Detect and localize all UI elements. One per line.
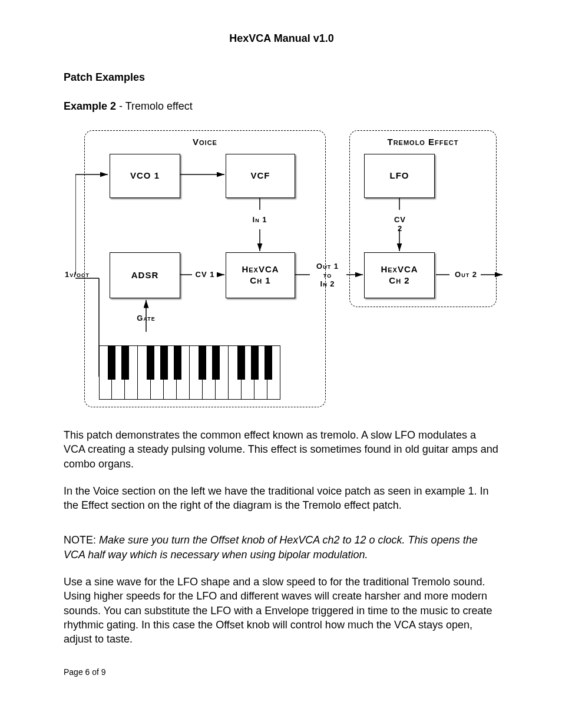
paragraph-1: This patch demonstrates the common effec… bbox=[64, 428, 500, 471]
label-out2: Out 2 bbox=[451, 271, 481, 279]
note-paragraph: NOTE: Make sure you turn the Offset knob… bbox=[64, 533, 500, 562]
example-heading: Example 2 - Tremolo effect bbox=[64, 100, 500, 113]
box-hexvca-ch1: HexVCA Ch 1 bbox=[226, 252, 295, 298]
box-adsr: ADSR bbox=[110, 252, 180, 298]
box-vcf: VCF bbox=[226, 154, 295, 198]
label-1voct: 1v/oct bbox=[62, 271, 92, 279]
section-heading: Patch Examples bbox=[64, 71, 500, 84]
box-lfo: LFO bbox=[364, 154, 435, 198]
box-hexvca-ch2: HexVCA Ch 2 bbox=[364, 252, 435, 298]
example-desc: - Tremolo effect bbox=[116, 100, 193, 112]
group-voice-title: Voice bbox=[85, 137, 325, 147]
label-cv2: CV 2 bbox=[391, 216, 409, 233]
paragraph-2: In the Voice section on the left we have… bbox=[64, 484, 500, 513]
label-in1: In 1 bbox=[251, 216, 269, 225]
doc-title: HexVCA Manual v1.0 bbox=[64, 32, 500, 45]
group-tremolo-title: Tremolo Effect bbox=[350, 137, 496, 147]
note-label: NOTE: bbox=[64, 534, 99, 546]
example-label: Example 2 bbox=[64, 100, 116, 112]
box-vco1: VCO 1 bbox=[110, 154, 180, 198]
label-out1-to-in2: Out 1 to In 2 bbox=[310, 262, 345, 289]
note-body: Make sure you turn the Offset knob of He… bbox=[64, 534, 478, 560]
label-gate: Gate bbox=[134, 314, 158, 323]
keyboard-icon bbox=[99, 345, 280, 400]
paragraph-3: Use a sine wave for the LFO shape and a … bbox=[64, 575, 500, 646]
patch-diagram: Voice Tremolo Effect VCO 1 VCF LFO ADSR … bbox=[75, 130, 529, 413]
page-indicator: Page 6 of 9 bbox=[64, 667, 500, 677]
label-cv1: CV 1 bbox=[194, 271, 216, 279]
